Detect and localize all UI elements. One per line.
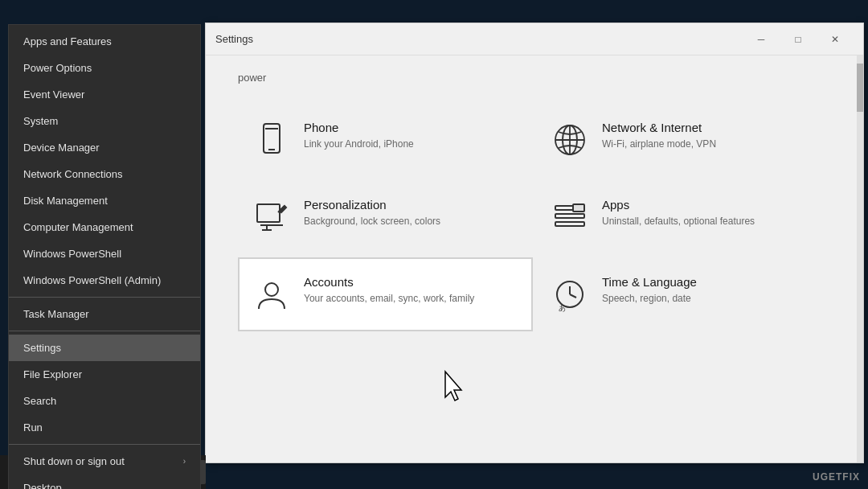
settings-content: power Phone Link your Android, iPhone bbox=[206, 55, 863, 462]
menu-item-label: Windows PowerShell (Admin) bbox=[23, 274, 161, 286]
svg-line-19 bbox=[570, 294, 576, 298]
tile-title-personalization: Personalization bbox=[304, 198, 518, 212]
maximize-button[interactable]: □ bbox=[780, 27, 817, 52]
settings-tile-network-internet[interactable]: Network & Internet Wi-Fi, airplane mode,… bbox=[536, 103, 831, 177]
submenu-arrow: › bbox=[183, 457, 186, 466]
settings-tile-apps[interactable]: Apps Uninstall, defaults, optional featu… bbox=[536, 180, 831, 254]
menu-item-label: Apps and Features bbox=[23, 35, 112, 47]
tile-subtitle-accounts: Your accounts, email, sync, work, family bbox=[304, 292, 518, 306]
settings-tile-accounts[interactable]: Accounts Your accounts, email, sync, wor… bbox=[238, 257, 533, 331]
menu-item-windows-powershell[interactable]: Windows PowerShell bbox=[9, 240, 200, 267]
settings-window: Settings ─ □ ✕ power Phone Link your And… bbox=[205, 23, 864, 463]
watermark: UGETFIX bbox=[813, 471, 860, 483]
tile-icon-time-language: あ bbox=[551, 275, 589, 314]
settings-main: power Phone Link your Android, iPhone bbox=[206, 55, 863, 462]
window-controls: ─ □ ✕ bbox=[743, 27, 854, 52]
tile-subtitle-time-language: Speech, region, date bbox=[602, 292, 817, 306]
menu-item-label: Desktop bbox=[23, 482, 62, 489]
tile-subtitle-apps: Uninstall, defaults, optional features bbox=[602, 215, 817, 228]
tile-icon-apps bbox=[551, 198, 589, 236]
menu-item-label: Search bbox=[23, 395, 56, 407]
menu-item-task-manager[interactable]: Task Manager bbox=[9, 301, 200, 327]
settings-tile-personalization[interactable]: Personalization Background, lock screen,… bbox=[238, 180, 533, 254]
menu-item-label: Computer Management bbox=[23, 221, 133, 233]
svg-rect-15 bbox=[573, 204, 584, 212]
menu-separator bbox=[9, 444, 200, 445]
menu-item-label: Shut down or sign out bbox=[23, 455, 125, 467]
menu-item-desktop[interactable]: Desktop bbox=[9, 475, 200, 489]
svg-rect-13 bbox=[555, 214, 584, 218]
tile-subtitle-personalization: Background, lock screen, colors bbox=[304, 215, 518, 228]
menu-item-event-viewer[interactable]: Event Viewer bbox=[9, 81, 200, 108]
tile-icon-personalization bbox=[252, 198, 291, 236]
tile-subtitle-network-internet: Wi-Fi, airplane mode, VPN bbox=[602, 138, 817, 151]
menu-item-label: Device Manager bbox=[23, 142, 100, 154]
menu-item-system[interactable]: System bbox=[9, 108, 200, 134]
tile-title-network-internet: Network & Internet bbox=[602, 121, 817, 134]
menu-item-device-manager[interactable]: Device Manager bbox=[9, 134, 200, 161]
menu-item-settings[interactable]: Settings bbox=[9, 335, 200, 361]
settings-tile-time-language[interactable]: あ Time & Language Speech, region, date bbox=[536, 257, 831, 331]
menu-item-file-explorer[interactable]: File Explorer bbox=[9, 361, 200, 388]
menu-item-label: Windows PowerShell bbox=[23, 248, 121, 260]
minimize-button[interactable]: ─ bbox=[743, 27, 780, 52]
menu-item-label: Power Options bbox=[23, 62, 92, 74]
tile-title-apps: Apps bbox=[602, 198, 817, 212]
menu-item-power-options[interactable]: Power Options bbox=[9, 55, 200, 81]
menu-item-disk-management[interactable]: Disk Management bbox=[9, 187, 200, 214]
window-title: Settings bbox=[215, 33, 253, 45]
menu-item-label: Disk Management bbox=[23, 195, 108, 207]
tile-title-time-language: Time & Language bbox=[602, 275, 817, 289]
tile-icon-phone bbox=[252, 121, 291, 159]
svg-point-16 bbox=[265, 283, 278, 296]
menu-item-label: System bbox=[23, 115, 58, 127]
svg-text:あ: あ bbox=[559, 304, 566, 312]
menu-separator bbox=[9, 331, 200, 331]
menu-item-network-connections[interactable]: Network Connections bbox=[9, 161, 200, 187]
scrollbar-thumb[interactable] bbox=[857, 64, 863, 112]
svg-rect-14 bbox=[555, 222, 584, 226]
settings-tile-phone[interactable]: Phone Link your Android, iPhone bbox=[238, 103, 533, 177]
tile-title-accounts: Accounts bbox=[304, 275, 518, 289]
tile-icon-network-internet bbox=[551, 121, 589, 159]
settings-grid: Phone Link your Android, iPhone Network … bbox=[238, 103, 831, 331]
menu-item-label: Settings bbox=[23, 342, 61, 354]
svg-rect-7 bbox=[257, 204, 280, 222]
menu-item-label: Event Viewer bbox=[23, 88, 84, 101]
menu-item-label: Task Manager bbox=[23, 308, 89, 320]
partial-top-item: power bbox=[238, 72, 831, 90]
menu-item-label: Run bbox=[23, 421, 43, 434]
menu-separator bbox=[9, 297, 200, 298]
tile-subtitle-phone: Link your Android, iPhone bbox=[304, 138, 518, 151]
menu-item-search[interactable]: Search bbox=[9, 388, 200, 414]
menu-item-label: Network Connections bbox=[23, 168, 123, 180]
menu-item-windows-powershell-admin[interactable]: Windows PowerShell (Admin) bbox=[9, 267, 200, 294]
context-menu: Apps and FeaturesPower OptionsEvent View… bbox=[8, 24, 201, 489]
menu-item-run[interactable]: Run bbox=[9, 414, 200, 441]
scrollbar[interactable] bbox=[857, 55, 863, 462]
tile-icon-accounts bbox=[252, 275, 291, 314]
close-button[interactable]: ✕ bbox=[817, 27, 854, 52]
menu-item-computer-management[interactable]: Computer Management bbox=[9, 214, 200, 240]
menu-item-shutdown[interactable]: Shut down or sign out› bbox=[9, 448, 200, 475]
menu-item-label: File Explorer bbox=[23, 368, 82, 380]
tile-title-phone: Phone bbox=[304, 121, 518, 134]
titlebar: Settings ─ □ ✕ bbox=[206, 23, 863, 55]
menu-item-apps-features[interactable]: Apps and Features bbox=[9, 28, 200, 55]
